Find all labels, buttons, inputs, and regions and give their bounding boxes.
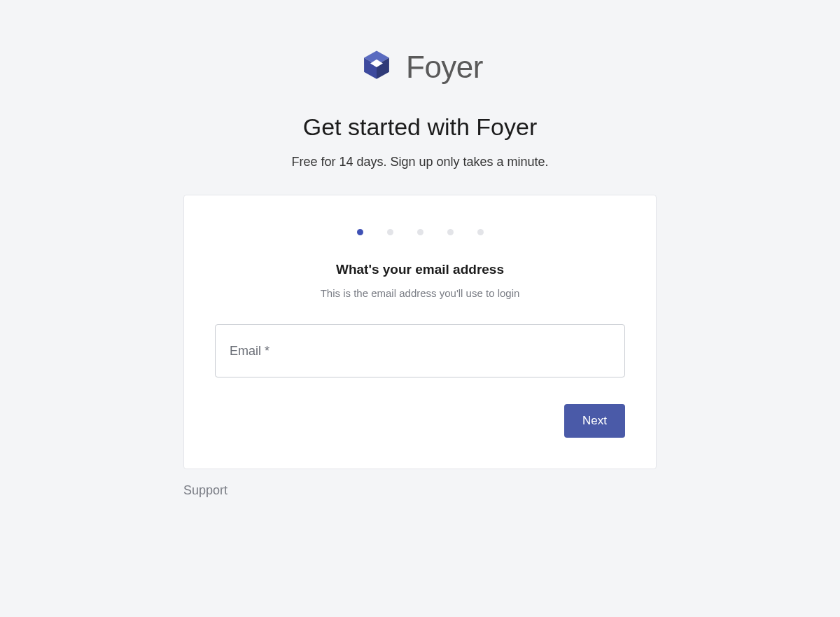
next-button[interactable]: Next — [564, 404, 625, 438]
step-dot-2 — [387, 229, 393, 235]
signup-container: Foyer Get started with Foyer Free for 14… — [0, 0, 840, 498]
step-dot-1 — [357, 229, 363, 235]
brand-name: Foyer — [406, 50, 483, 85]
progress-stepper — [357, 229, 484, 235]
foyer-logo-icon — [357, 48, 396, 87]
signup-card: What's your email address This is the em… — [183, 195, 657, 469]
brand-logo-row: Foyer — [357, 48, 483, 87]
step-title: What's your email address — [336, 262, 504, 277]
step-dot-3 — [417, 229, 424, 235]
support-link[interactable]: Support — [183, 483, 227, 497]
step-subtitle: This is the email address you'll use to … — [321, 287, 520, 299]
step-dot-5 — [477, 229, 484, 235]
page-title: Get started with Foyer — [303, 113, 537, 141]
email-field[interactable] — [215, 324, 625, 377]
button-row: Next — [215, 404, 625, 438]
step-dot-4 — [447, 229, 454, 235]
footer-row: Support — [183, 483, 657, 498]
page-subtitle: Free for 14 days. Sign up only takes a m… — [291, 155, 548, 169]
